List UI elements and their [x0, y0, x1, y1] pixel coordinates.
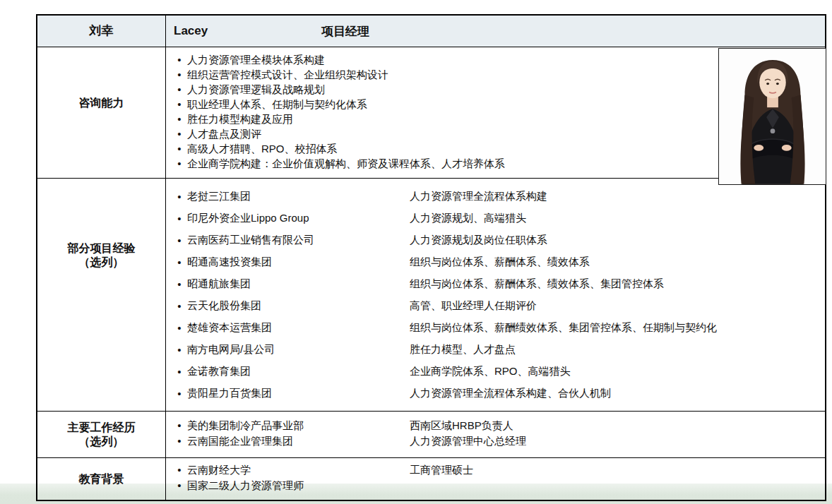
list-item: • 楚雄资本运营集团 组织与岗位体系、薪酬绩效体系、集团管控体系、任期制与契约化: [172, 317, 825, 339]
bullet-icon: •: [172, 141, 187, 156]
company-name: 昭通航旅集团: [187, 277, 410, 291]
project-description: 高管、职业经理人任期评价: [410, 299, 825, 313]
project-description: 组织与岗位体系、薪酬体系、绩效体系: [410, 256, 825, 269]
list-item: • 南方电网局/县公司 胜任力模型、人才盘点: [172, 339, 825, 361]
degree-title: [410, 478, 825, 493]
company-name: 老挝三江集团: [187, 190, 410, 203]
list-item: • 印尼外资企业Lippo Group 人力资源规划、高端猎头: [172, 208, 825, 229]
list-item: • 贵阳星力百货集团 人力资源管理全流程体系构建、合伙人机制: [172, 383, 825, 404]
company-name: 云南医药工业销售有限公司: [187, 234, 410, 247]
project-description: 人力资源规划、高端猎头: [410, 212, 825, 225]
list-item: • 云天化股份集团 高管、职业经理人任期评价: [172, 295, 825, 317]
bullet-icon: •: [172, 156, 187, 171]
bullet-icon: •: [172, 52, 187, 67]
school-name: 云南财经大学: [187, 462, 410, 478]
section-label-subtext: （选列）: [79, 435, 124, 449]
company-name: 南方电网局/县公司: [187, 343, 410, 356]
person-english-name: Lacey: [174, 24, 208, 38]
list-item: • 昭通高速投资集团 组织与岗位体系、薪酬体系、绩效体系: [172, 251, 825, 273]
bullet-icon: •: [172, 433, 187, 449]
section-label-text: 咨询能力: [79, 96, 124, 110]
section-label-education: 教育背景: [37, 458, 166, 500]
list-item: • 国家二级人力资源管理师: [172, 478, 825, 493]
section-label-text: 教育背景: [79, 472, 124, 486]
list-item: • 老挝三江集团 人力资源管理全流程体系构建: [172, 186, 825, 208]
header-title-cell: Lacey 项目经理: [166, 16, 825, 47]
section-label-projects: 部分项目经验 （选列）: [37, 179, 166, 412]
company-name: 楚雄资本运营集团: [187, 321, 410, 335]
position-title: 西南区域HRBP负责人: [410, 418, 825, 433]
bullet-icon: •: [172, 97, 187, 112]
profile-table: 刘幸 Lacey 项目经理 咨询能力 • 人力资源管理全模块体系构建 • 组织运…: [36, 14, 826, 501]
list-item: • 美的集团制冷产品事业部 西南区域HRBP负责人: [172, 418, 825, 433]
header-name-cell: 刘幸: [37, 16, 166, 47]
bullet-icon: •: [172, 191, 187, 203]
bullet-icon: •: [172, 256, 187, 268]
bullet-icon: •: [172, 388, 187, 400]
bullet-icon: •: [172, 234, 187, 246]
bullet-icon: •: [172, 212, 187, 224]
project-description: 组织与岗位体系、薪酬体系、绩效体系、集团管控体系: [410, 277, 825, 291]
school-name: 国家二级人力资源管理师: [187, 478, 410, 493]
section-projects-content: • 老挝三江集团 人力资源管理全流程体系构建 • 印尼外资企业Lippo Gro…: [166, 179, 825, 412]
project-description: 组织与岗位体系、薪酬绩效体系、集团管控体系、任期制与契约化: [410, 321, 825, 335]
project-description: 人力资源管理全流程体系构建、合伙人机制: [410, 387, 825, 400]
section-label-text: 部分项目经验: [68, 241, 136, 256]
projects-list: • 老挝三江集团 人力资源管理全流程体系构建 • 印尼外资企业Lippo Gro…: [172, 179, 825, 404]
bullet-icon: •: [172, 344, 187, 356]
bullet-icon: •: [172, 322, 187, 334]
section-work-content: • 美的集团制冷产品事业部 西南区域HRBP负责人 • 云南国能企业管理集团 人…: [166, 412, 825, 458]
work-list: • 美的集团制冷产品事业部 西南区域HRBP负责人 • 云南国能企业管理集团 人…: [172, 412, 825, 449]
list-item: • 云南医药工业销售有限公司 人力资源规划及岗位任职体系: [172, 229, 825, 251]
project-description: 人力资源管理全流程体系构建: [410, 190, 825, 203]
portrait-illustration: [719, 49, 826, 184]
bullet-icon: •: [172, 278, 187, 290]
project-description: 人力资源规划及岗位任职体系: [410, 234, 825, 247]
bullet-icon: •: [172, 478, 187, 493]
section-label-work: 主要工作经历 （选列）: [37, 412, 166, 458]
list-item: • 昭通航旅集团 组织与岗位体系、薪酬体系、绩效体系、集团管控体系: [172, 273, 825, 295]
person-job-title: 项目经理: [321, 16, 369, 47]
list-item: • 云南国能企业管理集团 人力资源管理中心总经理: [172, 433, 825, 449]
section-label-consulting: 咨询能力: [37, 47, 166, 179]
bullet-icon: •: [172, 462, 187, 478]
section-education-content: • 云南财经大学 工商管理硕士 • 国家二级人力资源管理师: [166, 458, 825, 500]
company-name: 昭通高速投资集团: [187, 256, 410, 269]
list-item: • 云南财经大学 工商管理硕士: [172, 462, 825, 478]
person-name: 刘幸: [90, 24, 114, 38]
list-item: • 金诺教育集团 企业商学院体系、RPO、高端猎头: [172, 361, 825, 383]
employer-name: 云南国能企业管理集团: [187, 433, 410, 449]
degree-title: 工商管理硕士: [410, 462, 825, 478]
project-description: 胜任力模型、人才盘点: [410, 343, 825, 356]
position-title: 人力资源管理中心总经理: [410, 433, 825, 449]
bullet-icon: •: [172, 82, 187, 97]
section-label-text: 主要工作经历: [68, 421, 136, 435]
bullet-icon: •: [172, 112, 187, 126]
bullet-icon: •: [172, 366, 187, 378]
bullet-icon: •: [172, 300, 187, 312]
education-list: • 云南财经大学 工商管理硕士 • 国家二级人力资源管理师: [172, 458, 825, 493]
company-name: 印尼外资企业Lippo Group: [187, 212, 410, 225]
bullet-icon: •: [172, 67, 187, 82]
company-name: 金诺教育集团: [187, 365, 410, 378]
company-name: 云天化股份集团: [187, 299, 410, 313]
bullet-icon: •: [172, 418, 187, 433]
bullet-icon: •: [172, 126, 187, 141]
company-name: 贵阳星力百货集团: [187, 387, 410, 400]
profile-photo: [718, 48, 826, 185]
employer-name: 美的集团制冷产品事业部: [187, 418, 410, 433]
section-label-subtext: （选列）: [79, 256, 124, 270]
project-description: 企业商学院体系、RPO、高端猎头: [410, 365, 825, 378]
